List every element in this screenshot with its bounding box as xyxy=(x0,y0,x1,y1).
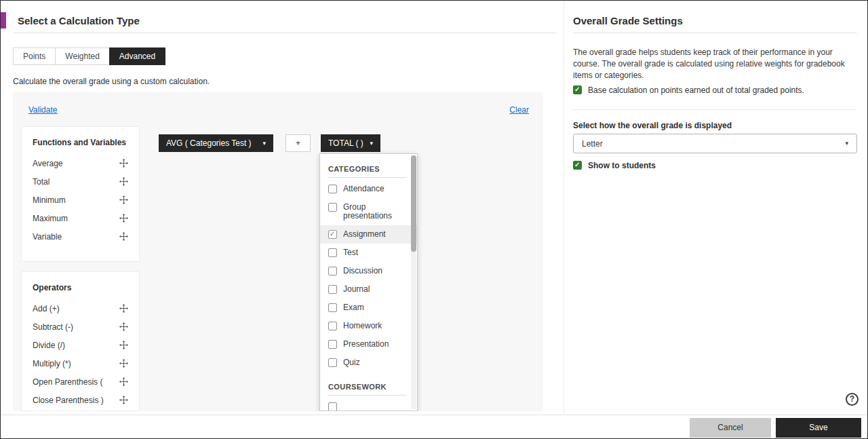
clear-link[interactable]: Clear xyxy=(509,105,529,115)
operator-item[interactable]: Add (+) xyxy=(33,299,128,318)
move-icon[interactable] xyxy=(119,396,128,404)
function-item[interactable]: Minimum xyxy=(33,191,128,209)
dropdown-scrollbar[interactable] xyxy=(411,155,416,409)
help-icon[interactable]: ? xyxy=(846,393,859,406)
checkbox-icon[interactable] xyxy=(328,230,337,239)
operator-item-label: Divide (/) xyxy=(33,341,65,350)
category-option-label: Discussion xyxy=(343,267,382,275)
category-option-label: Group presentations xyxy=(343,203,406,221)
divider xyxy=(328,395,406,396)
move-icon[interactable] xyxy=(119,195,128,204)
category-option-label: Attendance xyxy=(343,185,384,193)
gradebook-settings-window: Select a Calculation Type Points Weighte… xyxy=(0,0,868,439)
move-icon[interactable] xyxy=(119,214,128,223)
base-calculation-checkbox[interactable]: Base calculation on points earned out of… xyxy=(573,85,804,95)
operator-item[interactable]: Close Parenthesis ) xyxy=(33,391,128,409)
function-item[interactable]: Maximum xyxy=(33,209,128,227)
category-option[interactable]: Group presentations xyxy=(328,198,406,225)
function-item-label: Minimum xyxy=(33,195,66,205)
move-icon[interactable] xyxy=(119,341,128,349)
checkbox-icon[interactable] xyxy=(328,267,337,275)
base-calculation-label: Base calculation on points earned out of… xyxy=(588,85,804,95)
grade-display-label: Select how the overall grade is displaye… xyxy=(573,121,732,130)
category-option[interactable] xyxy=(328,398,406,411)
divider xyxy=(573,33,857,33)
tab-points[interactable]: Points xyxy=(13,47,56,65)
operator-item[interactable]: Multiply (*) xyxy=(33,354,128,373)
operator-item-label: Close Parenthesis ) xyxy=(33,396,104,405)
show-to-students-checkbox[interactable]: Show to students xyxy=(573,161,656,170)
calculation-canvas: Validate Clear Functions and Variables A… xyxy=(13,92,543,411)
tab-weighted[interactable]: Weighted xyxy=(55,47,109,65)
chevron-down-icon: ▾ xyxy=(845,140,848,147)
divider xyxy=(13,33,557,33)
save-button[interactable]: Save xyxy=(776,418,861,438)
category-option[interactable]: Discussion xyxy=(328,262,406,280)
grade-display-select[interactable]: Letter ▾ xyxy=(573,134,857,153)
function-item-label: Average xyxy=(33,159,62,168)
checkbox-icon[interactable] xyxy=(328,303,337,312)
function-item[interactable]: Average xyxy=(33,154,128,172)
dropdown-section-header: COURSEWORK xyxy=(328,383,406,391)
function-item[interactable]: Total xyxy=(33,172,128,191)
category-option[interactable]: Journal xyxy=(328,280,406,299)
operator-item-label: Open Parenthesis ( xyxy=(33,377,102,387)
overall-grade-settings-title: Overall Grade Settings xyxy=(573,15,683,26)
operator-item[interactable]: Subtract (-) xyxy=(33,318,128,336)
show-to-students-label: Show to students xyxy=(588,161,656,170)
avg-function-chip-label: AVG ( Categories Test ) xyxy=(166,138,252,148)
move-icon[interactable] xyxy=(119,377,128,386)
divider xyxy=(328,177,406,178)
category-option[interactable]: Quiz xyxy=(328,354,406,372)
total-function-chip-label: TOTAL ( ) xyxy=(328,138,363,148)
category-option[interactable]: Attendance xyxy=(328,180,406,198)
function-item[interactable]: Variable xyxy=(33,227,128,246)
checkbox-icon[interactable] xyxy=(328,322,337,330)
operator-item[interactable]: Divide (/) xyxy=(33,336,128,354)
checkbox-icon[interactable] xyxy=(328,402,337,411)
operator-item[interactable]: Open Parenthesis ( xyxy=(33,373,128,391)
checkbox-icon[interactable] xyxy=(328,185,337,193)
add-operator-chip-label: + xyxy=(296,138,300,148)
accent-bar xyxy=(1,12,6,28)
add-operator-chip[interactable]: + xyxy=(285,134,311,152)
total-function-chip[interactable]: TOTAL ( ) ▾ xyxy=(321,134,380,152)
checkbox-icon[interactable] xyxy=(328,248,337,257)
calculation-type-pane: Select a Calculation Type Points Weighte… xyxy=(1,1,564,415)
divider xyxy=(573,109,857,110)
dropdown-section-header: CATEGORIES xyxy=(328,165,406,173)
category-option[interactable]: Assignment xyxy=(320,225,417,244)
cancel-button[interactable]: Cancel xyxy=(690,418,771,438)
checkbox-icon[interactable] xyxy=(573,85,582,94)
category-option[interactable]: Presentation xyxy=(328,335,406,354)
move-icon[interactable] xyxy=(119,359,128,368)
move-icon[interactable] xyxy=(119,304,128,313)
operators-list: Add (+)Subtract (-)Divide (/)Multiply (*… xyxy=(33,299,128,409)
category-option-label: Exam xyxy=(343,303,364,312)
category-option-label: Presentation xyxy=(343,340,389,349)
move-icon[interactable] xyxy=(119,232,128,241)
validate-link[interactable]: Validate xyxy=(28,105,57,115)
move-icon[interactable] xyxy=(119,322,128,331)
category-option[interactable]: Homework xyxy=(328,317,406,335)
functions-variables-card: Functions and Variables AverageTotalMini… xyxy=(21,126,140,262)
operators-title: Operators xyxy=(33,283,128,292)
checkbox-icon[interactable] xyxy=(328,285,337,294)
function-item-label: Maximum xyxy=(33,214,68,223)
function-item-label: Total xyxy=(33,177,50,187)
scrollbar-thumb[interactable] xyxy=(411,155,416,252)
move-icon[interactable] xyxy=(119,177,128,186)
tab-advanced[interactable]: Advanced xyxy=(109,47,165,65)
overall-grade-description: The overall grade helps students keep tr… xyxy=(573,47,859,81)
functions-variables-title: Functions and Variables xyxy=(33,138,128,147)
checkbox-icon[interactable] xyxy=(328,358,337,367)
operator-item-label: Multiply (*) xyxy=(33,359,71,368)
checkbox-icon[interactable] xyxy=(328,203,337,212)
category-option[interactable]: Test xyxy=(328,244,406,262)
category-option-label: Quiz xyxy=(343,358,360,367)
category-option[interactable]: Exam xyxy=(328,299,406,317)
move-icon[interactable] xyxy=(119,159,128,168)
checkbox-icon[interactable] xyxy=(573,161,582,170)
avg-function-chip[interactable]: AVG ( Categories Test ) ▾ xyxy=(159,134,273,152)
checkbox-icon[interactable] xyxy=(328,340,337,349)
